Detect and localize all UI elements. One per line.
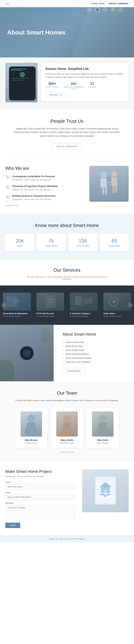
- carousel-next[interactable]: ›: [128, 302, 133, 308]
- check-icon-4: ✓: [63, 357, 64, 359]
- service-title-3: Audio Video: [103, 312, 131, 314]
- know-stat-label-0: Tasks: [11, 245, 29, 247]
- hero-stat-label-0: HAPPY CLIENTS: [45, 86, 59, 88]
- who-item-content-0: Contemporary Living Model For Everyone S…: [12, 175, 55, 182]
- team-role-0: creative leader: [18, 442, 45, 444]
- contact-us-button[interactable]: CONTACT US: [45, 92, 66, 98]
- learn-more-button[interactable]: LEARN MORE: [63, 368, 85, 374]
- carousel-prev[interactable]: ‹: [1, 302, 6, 308]
- hero-icon-2: 📱: [95, 7, 100, 12]
- service-card-1: CCTV and Security Ut enim ad minim venia…: [34, 289, 67, 321]
- about-smart-image: 72°: [0, 325, 54, 381]
- hero-info-card: Smarter Home. Simplified Life. Lorem ips…: [41, 63, 129, 101]
- service-card-2: IT Services & Support Ut enim ad minim v…: [67, 289, 101, 321]
- service-title-1: CCTV and Security: [36, 312, 64, 314]
- team-card-2: Nick Dark sales manager: [87, 408, 119, 448]
- svg-point-4: [112, 171, 117, 177]
- nav-home[interactable]: HOME PAGE: [91, 2, 105, 5]
- service-text-3: Ut enim ad minim veniam.: [103, 315, 131, 318]
- who-num-1: 2: [5, 185, 10, 190]
- team-card-0: Bob Brown creative leader: [15, 408, 47, 448]
- form-email-field: Email: [5, 492, 75, 500]
- hero-stat-num-0: 300+: [45, 82, 59, 86]
- contact-title: Make Smart Home Project: [5, 469, 75, 474]
- service-img-1: [36, 293, 64, 310]
- know-stat-label-2: Cups of Coffee: [74, 245, 92, 247]
- team-name-2: Nick Dark: [89, 439, 116, 442]
- svg-rect-5: [112, 177, 117, 186]
- who-we-are-section: Who We are 1 Contemporary Living Model F…: [0, 158, 134, 214]
- hero-phone-image: [5, 63, 38, 102]
- see-all-products-button[interactable]: SEE ALL PRODUCTS: [52, 144, 82, 150]
- svg-point-25: [64, 415, 70, 422]
- services-subtitle: We offer a full range of home automation…: [22, 276, 112, 280]
- hero-icon-3: 🏠: [103, 7, 108, 12]
- svg-point-28: [99, 415, 107, 422]
- contact-section: Make Smart Home Project Sample text. Cli…: [0, 462, 134, 535]
- svg-point-36: [105, 496, 106, 497]
- know-stat-0: 20k Tasks: [5, 234, 34, 251]
- about-smart-item-5: ✓Smart Door Lock Installation: [63, 360, 127, 364]
- svg-rect-2: [102, 187, 104, 194]
- people-trust-title: People Trust Us: [7, 118, 127, 124]
- form-message-label: Message: [5, 502, 75, 504]
- know-stat-2: 156 Cups of Coffee: [68, 234, 97, 251]
- send-button[interactable]: SEND: [5, 523, 20, 528]
- service-title-2: IT Services & Support: [70, 312, 98, 314]
- svg-rect-35: [104, 490, 107, 493]
- who-num-0: 1: [5, 175, 10, 180]
- who-item-2: 3 Building Services & Consumer Electroni…: [5, 195, 84, 201]
- team-cards: Bob Brown creative leader Mary Smith Chi…: [5, 408, 129, 448]
- footer: Sample text. Click to select the Text El…: [0, 535, 134, 542]
- check-icon-2: ✓: [63, 349, 64, 351]
- hero-icon-4: 💡: [110, 7, 115, 12]
- hero-stat-1: 10+ YEARS OF EXPERIENCE EXPERIENCE: [64, 82, 84, 90]
- hero-stat-0: 300+ HAPPY CLIENTS: [45, 82, 59, 90]
- contact-form-area: Make Smart Home Project Sample text. Cli…: [5, 469, 75, 528]
- contact-right: [82, 469, 129, 512]
- team-text: Ut enim ad minim veniam, quis nostrud ex…: [13, 399, 121, 402]
- hero-stat-num-1: 10+: [64, 82, 84, 86]
- form-message-field: Message: [5, 502, 75, 520]
- message-textarea[interactable]: [5, 505, 75, 519]
- services-title: Our Services: [5, 267, 129, 273]
- people-trust-text: Sample text. Click to select the Text El…: [13, 127, 121, 138]
- email-input[interactable]: [5, 494, 75, 500]
- form-name-label: Name: [5, 481, 75, 483]
- who-item-content-2: Building Services & Consumer Electronics…: [12, 195, 56, 201]
- name-input[interactable]: [5, 484, 75, 489]
- about-smart-item-3: ✓Smart Doorbell Installation: [63, 352, 127, 356]
- svg-text:72°: 72°: [25, 352, 28, 354]
- nav-links: HOME PAGE ABOUT COMPANY: [91, 2, 129, 5]
- who-title: Who We are: [5, 166, 84, 171]
- hero-section: ⚙ 📱 🏠 💡 🔒 About Smart Homes: [0, 0, 134, 58]
- who-item-title-1: Thousands Of Ingenious Projects Worldwid…: [12, 185, 58, 188]
- service-img-3: [103, 293, 131, 310]
- know-stat-3: 65 Unique Ideas: [100, 234, 129, 251]
- svg-rect-30: [99, 422, 107, 431]
- team-name-1: Mary Smith: [54, 439, 80, 442]
- service-text-2: Ut enim ad minim veniam.: [70, 315, 98, 318]
- who-item-1: 2 Thousands Of Ingenious Projects Worldw…: [5, 185, 84, 191]
- who-item-0: 1 Contemporary Living Model For Everyone…: [5, 175, 84, 182]
- check-icon-5: ✓: [63, 361, 64, 363]
- services-section: Our Services We offer a full range of ho…: [0, 260, 134, 325]
- service-img-0: [3, 293, 31, 310]
- team-photo-2: [92, 412, 114, 436]
- know-stat-label-1: Happy Clients: [42, 245, 60, 247]
- know-stats: 20k Tasks 7k Happy Clients 156 Cups of C…: [5, 234, 129, 251]
- about-smart-item-1: ✓Media Room Setup: [63, 344, 127, 348]
- people-trust-section: People Trust Us Sample text. Click to se…: [0, 110, 134, 158]
- about-smart-item-0: ✓Smart Lighting Setup: [63, 340, 127, 344]
- contact-device-image: [82, 469, 129, 512]
- check-icon-3: ✓: [63, 353, 64, 355]
- smart-home-illustration: [89, 472, 122, 508]
- logo: logo: [5, 2, 9, 5]
- svg-rect-27: [63, 422, 71, 431]
- team-card-1: Mary Smith Chief Accountant: [51, 408, 83, 448]
- form-name-field: Name: [5, 481, 75, 489]
- nav-about[interactable]: ABOUT COMPANY: [109, 2, 129, 5]
- team-title: Our Team: [5, 390, 129, 396]
- know-stat-num-2: 156: [74, 238, 92, 244]
- hero-stat-num-2: 17: [88, 82, 96, 86]
